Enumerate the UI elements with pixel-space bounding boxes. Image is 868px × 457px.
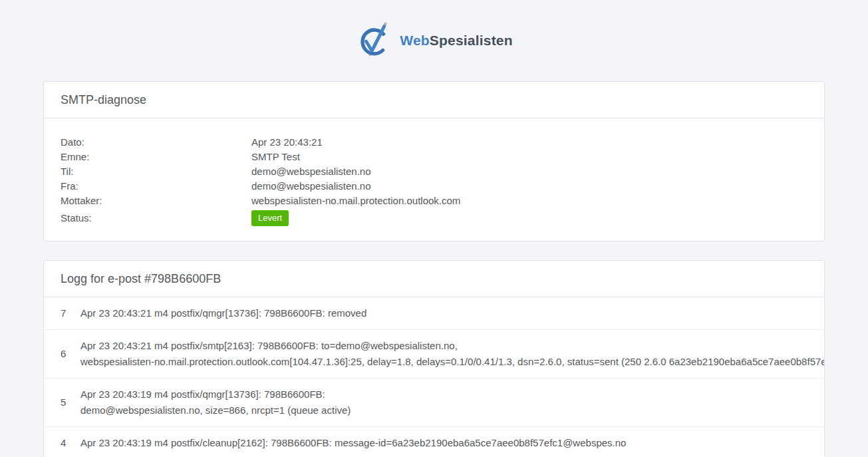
detail-label: Status: [61,211,251,226]
log-rows: 7 Apr 23 20:43:21 m4 postfix/qmgr[13736]… [44,297,824,457]
detail-label: Mottaker: [61,194,251,208]
log-row: 7 Apr 23 20:43:21 m4 postfix/qmgr[13736]… [44,297,824,330]
detail-row-status: Status: Levert [61,210,807,226]
status-badge-levert: Levert [251,210,289,226]
detail-label: Emne: [61,150,251,164]
detail-row-dato: Dato: Apr 23 20:43:21 [61,135,807,150]
log-line: Apr 23 20:43:21 m4 postfix/smtp[2163]: 7… [80,338,824,354]
log-row-message: Apr 23 20:43:21 m4 postfix/qmgr[13736]: … [80,305,824,321]
detail-value: SMTP Test [251,150,807,164]
detail-value: demo@webspesialisten.no [251,179,807,194]
log-line: Apr 23 20:43:19 m4 postfix/qmgr[13736]: … [80,386,824,402]
page-content: SMTP-diagnose Dato: Apr 23 20:43:21 Emne… [43,81,825,457]
log-card-title: Logg for e-post #798B6600FB [44,261,824,297]
detail-value: demo@webspesialisten.no [251,164,807,179]
detail-row-mottaker: Mottaker: webspesialisten-no.mail.protec… [61,194,807,208]
log-row: 4 Apr 23 20:43:19 m4 postfix/cleanup[216… [44,427,824,457]
log-row: 6 Apr 23 20:43:21 m4 postfix/smtp[2163]:… [44,330,824,379]
log-row-number: 7 [44,305,80,321]
log-line: Apr 23 20:43:19 m4 postfix/cleanup[2162]… [80,435,824,451]
log-line: demo@webspesialisten.no, size=866, nrcpt… [80,402,824,418]
detail-row-fra: Fra: demo@webspesialisten.no [61,179,807,194]
log-line: Apr 23 20:43:21 m4 postfix/qmgr[13736]: … [80,305,824,321]
log-row-message: Apr 23 20:43:19 m4 postfix/qmgr[13736]: … [80,386,824,418]
log-line: webspesialisten-no.mail.protection.outlo… [80,354,824,370]
logo-word-spesialisten: Spesialisten [430,33,513,48]
detail-value: Levert [251,210,807,226]
log-row-number: 4 [44,435,80,451]
detail-row-emne: Emne: SMTP Test [61,150,807,164]
detail-value: webspesialisten-no.mail.protection.outlo… [251,194,807,208]
smtp-card-body: Dato: Apr 23 20:43:21 Emne: SMTP Test Ti… [44,118,824,241]
detail-label: Fra: [61,179,251,194]
log-row-number: 5 [44,394,80,410]
log-row-message: Apr 23 20:43:19 m4 postfix/cleanup[2162]… [80,435,824,451]
log-row: 5 Apr 23 20:43:19 m4 postfix/qmgr[13736]… [44,379,824,427]
log-row-message: Apr 23 20:43:21 m4 postfix/smtp[2163]: 7… [80,338,824,370]
detail-label: Dato: [61,135,251,150]
detail-value: Apr 23 20:43:21 [251,135,807,150]
detail-row-til: Til: demo@webspesialisten.no [61,164,807,179]
checkmark-logo-icon [355,20,394,61]
logo-word-web: Web [400,33,430,48]
smtp-card-title: SMTP-diagnose [44,82,824,118]
webspesialisten-logo: WebSpesialisten [355,20,513,61]
log-row-number: 6 [44,346,80,362]
email-log-card: Logg for e-post #798B6600FB 7 Apr 23 20:… [43,260,825,457]
logo-wordmark: WebSpesialisten [400,33,513,49]
logo-bar: WebSpesialisten [0,0,868,68]
detail-label: Til: [61,164,251,179]
smtp-diagnose-card: SMTP-diagnose Dato: Apr 23 20:43:21 Emne… [43,81,825,241]
